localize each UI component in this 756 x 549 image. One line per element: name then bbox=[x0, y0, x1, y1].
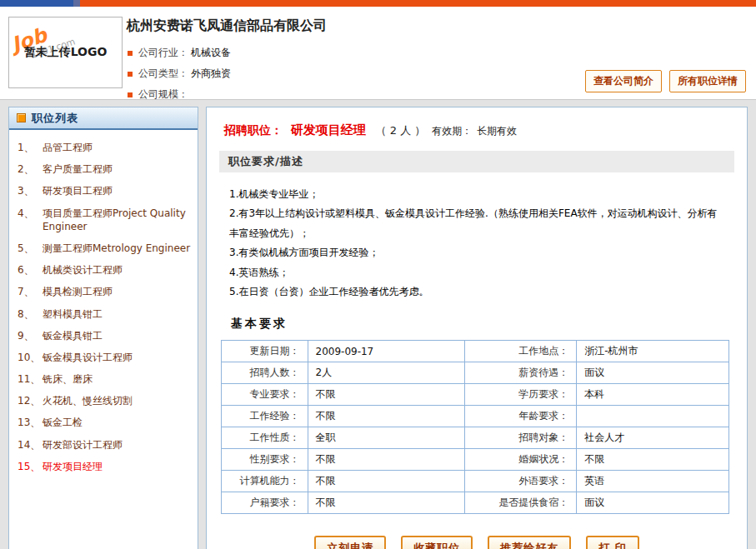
job-header: 招聘职位： 研发项目经理 （ 2 人 ） 有效期： 长期有效 bbox=[219, 117, 734, 138]
job-item-number: 15、 bbox=[18, 460, 43, 473]
job-list-item[interactable]: 2、客户质量工程师 bbox=[18, 162, 191, 176]
job-headcount: （ 2 人 ） bbox=[376, 124, 426, 137]
requirement-label: 工作经验： bbox=[222, 406, 308, 427]
job-list-item[interactable]: 4、项目质量工程师Project Quality Engineer bbox=[18, 207, 191, 233]
field-label: 公司类型： bbox=[138, 67, 188, 81]
requirement-label: 薪资待遇： bbox=[465, 362, 577, 384]
job-item-number: 4、 bbox=[18, 207, 43, 233]
job-item-number: 12、 bbox=[18, 394, 43, 407]
job-list-panel: 职位列表 1、品管工程师2、客户质量工程师3、研发项目工程师4、项目质量工程师P… bbox=[8, 107, 198, 549]
requirement-label: 是否提供食宿： bbox=[465, 492, 577, 514]
job-list-item[interactable]: 11、铣床、磨床 bbox=[18, 372, 191, 386]
job-item-number: 10、 bbox=[18, 351, 43, 364]
company-size-row: 公司规模： bbox=[128, 84, 231, 105]
accent-blue-segment bbox=[0, 0, 73, 7]
requirement-value: 社会人才 bbox=[577, 427, 729, 449]
view-company-profile-button[interactable]: 查看公司简介 bbox=[585, 70, 662, 92]
job-item-label: 研发项目工程师 bbox=[43, 184, 113, 197]
requirement-row: 工作经验：不限年龄要求： bbox=[222, 406, 729, 427]
job-list: 1、品管工程师2、客户质量工程师3、研发项目工程师4、项目质量工程师Projec… bbox=[9, 130, 198, 482]
job-item-number: 8、 bbox=[18, 307, 43, 321]
requirement-value: 不限 bbox=[577, 449, 729, 471]
requirement-value: 不限 bbox=[308, 449, 465, 471]
requirement-label: 计算机能力： bbox=[222, 471, 308, 492]
job-list-item[interactable]: 9、钣金模具钳工 bbox=[18, 329, 191, 342]
company-header: Job 1001.com 暂未上传LOGO 杭州安费诺飞凤通信部品有限公司 公司… bbox=[0, 7, 756, 100]
description-line: 5.在日资（台资）企业工作经验者优先考虑。 bbox=[229, 282, 718, 302]
basic-requirements-title: 基本要求 bbox=[231, 317, 734, 332]
content-area: 职位列表 1、品管工程师2、客户质量工程师3、研发项目工程师4、项目质量工程师P… bbox=[0, 100, 756, 549]
job-item-label: 钣金模具设计工程师 bbox=[43, 351, 133, 364]
job-list-title: 职位列表 bbox=[32, 111, 78, 126]
job-item-label: 铣床、磨床 bbox=[43, 372, 93, 386]
job-item-number: 7、 bbox=[18, 285, 43, 298]
requirement-value: 浙江-杭州市 bbox=[577, 341, 729, 362]
company-name: 杭州安费诺飞凤通信部品有限公司 bbox=[127, 17, 327, 35]
no-logo-text: 暂未上传LOGO bbox=[24, 45, 108, 60]
job-list-item[interactable]: 1、品管工程师 bbox=[18, 141, 191, 154]
requirement-row: 专业要求：不限学历要求：本科 bbox=[222, 384, 729, 406]
requirement-row: 更新日期：2009-09-17工作地点：浙江-杭州市 bbox=[222, 341, 729, 362]
bullet-icon bbox=[128, 92, 133, 97]
requirement-value: 2人 bbox=[308, 362, 465, 384]
job-item-number: 9、 bbox=[18, 329, 43, 342]
requirement-row: 户籍要求：不限是否提供食宿：面议 bbox=[222, 492, 729, 514]
requirement-label: 工作地点： bbox=[465, 341, 577, 362]
job-item-label: 塑料模具钳工 bbox=[43, 307, 103, 321]
action-buttons: 立刻申请收藏职位推荐给好友打 印 bbox=[219, 536, 734, 549]
requirement-row: 招聘人数：2人薪资待遇：面议 bbox=[222, 362, 729, 384]
requirement-label: 工作性质： bbox=[222, 427, 308, 449]
bullet-icon bbox=[128, 51, 133, 56]
requirement-label: 户籍要求： bbox=[222, 492, 308, 514]
requirement-label: 招聘人数： bbox=[222, 362, 308, 384]
description-line: 2.有3年以上结构设计或塑料模具、钣金模具设计工作经验.（熟练使用相关FEA软件… bbox=[229, 204, 718, 243]
job-list-header: 职位列表 bbox=[9, 107, 198, 130]
description-line: 4.英语熟练； bbox=[229, 263, 718, 282]
save-job-button[interactable]: 收藏职位 bbox=[401, 536, 473, 549]
job-list-item[interactable]: 6、机械类设计工程师 bbox=[18, 263, 191, 277]
requirement-value bbox=[577, 406, 729, 427]
job-description: 1.机械类专业毕业；2.有3年以上结构设计或塑料模具、钣金模具设计工作经验.（熟… bbox=[219, 172, 723, 302]
requirement-row: 性别要求：不限婚姻状况：不限 bbox=[222, 449, 729, 471]
requirement-value: 不限 bbox=[308, 492, 465, 514]
job-title: 研发项目经理 bbox=[291, 122, 366, 137]
job-item-label: 项目质量工程师Project Quality Engineer bbox=[43, 207, 191, 233]
requirement-row: 计算机能力：不限外语要求：英语 bbox=[222, 471, 729, 492]
bullet-icon bbox=[128, 72, 133, 77]
requirement-label: 学历要求： bbox=[465, 384, 577, 406]
requirement-value: 面议 bbox=[577, 492, 729, 514]
requirement-label: 婚姻状况： bbox=[465, 449, 577, 471]
job-list-item[interactable]: 7、模具检测工程师 bbox=[18, 285, 191, 298]
requirement-label: 专业要求： bbox=[222, 384, 308, 406]
job-item-label: 机械类设计工程师 bbox=[43, 263, 123, 277]
job-item-number: 2、 bbox=[18, 162, 43, 176]
job-list-item[interactable]: 15、研发项目经理 bbox=[18, 460, 191, 473]
requirement-value: 不限 bbox=[308, 406, 465, 427]
job-item-label: 测量工程师Metrology Engineer bbox=[43, 242, 190, 255]
job-list-item[interactable]: 5、测量工程师Metrology Engineer bbox=[18, 242, 191, 255]
accent-mid-segment bbox=[73, 0, 80, 7]
all-job-details-button[interactable]: 所有职位详情 bbox=[669, 70, 746, 92]
apply-now-button[interactable]: 立刻申请 bbox=[314, 536, 386, 549]
requirements-section-header: 职位要求/描述 bbox=[219, 151, 734, 172]
requirement-value: 全职 bbox=[308, 427, 465, 449]
field-value: 外商独资 bbox=[191, 67, 231, 81]
requirement-row: 工作性质：全职招聘对象：社会人才 bbox=[222, 427, 729, 449]
job-item-label: 品管工程师 bbox=[43, 141, 93, 154]
recommend-to-friend-button[interactable]: 推荐给好友 bbox=[488, 536, 571, 549]
job-detail-panel: 招聘职位： 研发项目经理 （ 2 人 ） 有效期： 长期有效 职位要求/描述 1… bbox=[206, 107, 748, 549]
job-list-item[interactable]: 12、火花机、慢丝线切割 bbox=[18, 394, 191, 407]
requirement-value: 英语 bbox=[577, 471, 729, 492]
requirement-value: 2009-09-17 bbox=[308, 341, 465, 362]
job-list-item[interactable]: 13、钣金工检 bbox=[18, 416, 191, 429]
accent-orange-segment bbox=[80, 0, 756, 7]
job-list-item[interactable]: 8、塑料模具钳工 bbox=[18, 307, 191, 321]
validity-value: 长期有效 bbox=[477, 125, 517, 137]
validity-label: 有效期： bbox=[432, 125, 472, 137]
job-list-item[interactable]: 3、研发项目工程师 bbox=[18, 184, 191, 197]
job-list-item[interactable]: 14、研发部设计工程师 bbox=[18, 438, 191, 452]
job-item-number: 11、 bbox=[18, 372, 43, 386]
job-list-item[interactable]: 10、钣金模具设计工程师 bbox=[18, 351, 191, 364]
print-button[interactable]: 打 印 bbox=[586, 536, 639, 549]
requirement-value: 面议 bbox=[577, 362, 729, 384]
